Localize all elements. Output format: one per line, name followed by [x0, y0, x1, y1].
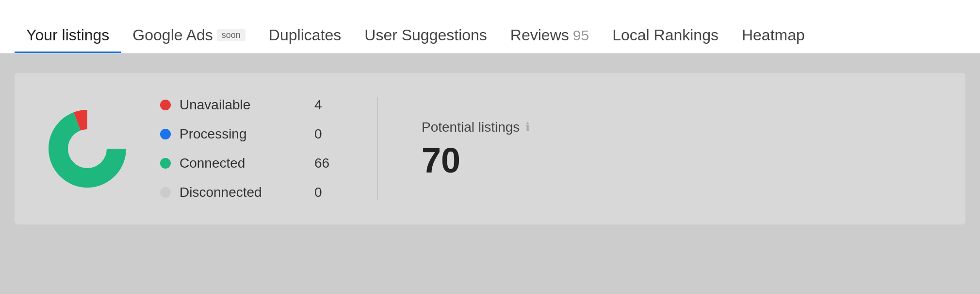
tab-duplicates-label: Duplicates: [269, 26, 341, 44]
legend-dot-disconnected: [160, 187, 171, 198]
tab-bar: Your listings Google Ads soon Duplicates…: [0, 0, 980, 53]
legend-label-processing: Processing: [180, 126, 306, 142]
tab-reviews-label: Reviews: [510, 26, 569, 44]
legend-item-connected: Connected 66: [160, 156, 334, 171]
tab-user-suggestions-label: User Suggestions: [364, 26, 487, 44]
legend: Unavailable 4 Processing 0 Connected 66 …: [160, 97, 334, 200]
tab-heatmap-label: Heatmap: [742, 26, 805, 44]
legend-label-disconnected: Disconnected: [180, 185, 306, 200]
legend-count-processing: 0: [314, 126, 334, 142]
tab-google-ads[interactable]: Google Ads soon: [121, 17, 257, 53]
legend-label-unavailable: Unavailable: [180, 97, 306, 113]
tab-your-listings-label: Your listings: [26, 26, 109, 44]
tab-heatmap[interactable]: Heatmap: [730, 17, 817, 53]
main-content: Unavailable 4 Processing 0 Connected 66 …: [0, 53, 980, 294]
tab-soon-badge: soon: [217, 29, 245, 41]
tab-google-ads-label: Google Ads: [132, 26, 212, 44]
legend-item-unavailable: Unavailable 4: [160, 97, 334, 113]
tab-local-rankings[interactable]: Local Rankings: [601, 17, 730, 53]
legend-count-unavailable: 4: [314, 97, 334, 113]
tab-duplicates[interactable]: Duplicates: [257, 17, 353, 53]
tab-reviews-badge: 95: [573, 27, 589, 44]
legend-dot-unavailable: [160, 100, 171, 110]
tab-user-suggestions[interactable]: User Suggestions: [353, 17, 499, 53]
tab-reviews[interactable]: Reviews 95: [499, 17, 601, 53]
vertical-divider: [377, 97, 378, 200]
info-icon[interactable]: ℹ: [525, 121, 530, 134]
legend-label-connected: Connected: [180, 156, 306, 171]
legend-dot-processing: [160, 129, 171, 139]
legend-count-disconnected: 0: [314, 185, 334, 200]
stats-card: Unavailable 4 Processing 0 Connected 66 …: [15, 73, 965, 225]
tab-your-listings[interactable]: Your listings: [15, 17, 121, 53]
tab-local-rankings-label: Local Rankings: [612, 26, 719, 44]
potential-listings: Potential listings ℹ 70: [422, 120, 530, 178]
donut-svg: [44, 105, 131, 192]
legend-count-connected: 66: [314, 156, 334, 171]
legend-item-disconnected: Disconnected 0: [160, 185, 334, 200]
donut-segment-connected: [58, 120, 116, 178]
donut-chart: [44, 105, 131, 192]
potential-listings-label: Potential listings: [422, 120, 520, 135]
legend-item-processing: Processing 0: [160, 126, 334, 142]
potential-listings-title: Potential listings ℹ: [422, 120, 530, 135]
potential-listings-value: 70: [422, 143, 530, 178]
legend-dot-connected: [160, 158, 171, 169]
